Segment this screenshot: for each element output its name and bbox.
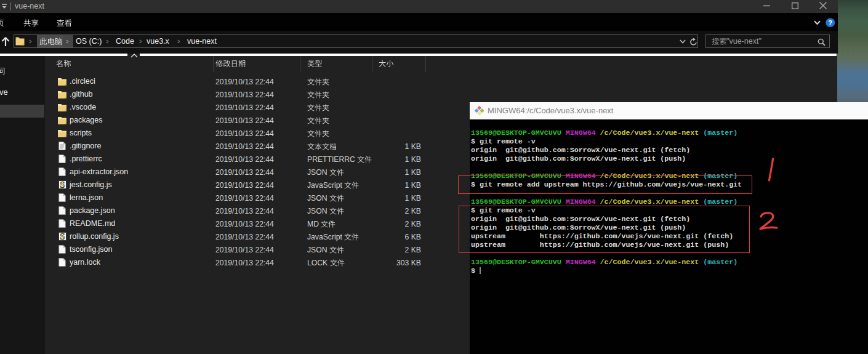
svg-text:?: ? xyxy=(828,19,832,26)
svg-text:S: S xyxy=(60,232,65,241)
svg-text:S: S xyxy=(60,180,65,189)
